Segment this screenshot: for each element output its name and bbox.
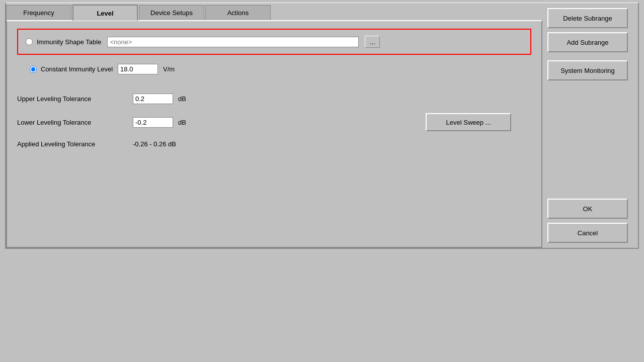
add-subrange-button[interactable]: Add Subrange	[547, 32, 628, 52]
immunity-shape-input[interactable]	[107, 37, 359, 47]
delete-subrange-button[interactable]: Delete Subrange	[547, 8, 628, 28]
tab-level[interactable]: Level	[72, 5, 138, 21]
content-area: Immunity Shape Table ... Constant Immuni…	[6, 20, 542, 248]
immunity-shape-radio-group: Immunity Shape Table	[26, 38, 101, 46]
lower-leveling-row: Lower Leveling Tolerance dB Level Sweep …	[17, 113, 531, 131]
lower-leveling-input[interactable]	[133, 117, 173, 128]
upper-leveling-unit: dB	[178, 95, 186, 103]
main-dialog: Frequency Level Device Setups Actions Im…	[5, 3, 639, 249]
tab-bar: Frequency Level Device Setups Actions	[6, 3, 542, 20]
tab-frequency[interactable]: Frequency	[6, 5, 71, 20]
immunity-shape-radio[interactable]	[26, 38, 33, 45]
upper-leveling-input[interactable]	[133, 94, 173, 104]
tab-device-setups[interactable]: Device Setups	[139, 5, 204, 20]
immunity-shape-table-section: Immunity Shape Table ...	[17, 29, 531, 55]
constant-immunity-radio-group: Constant Immunity Level	[30, 65, 113, 73]
upper-leveling-label: Upper Leveling Tolerance	[17, 95, 128, 103]
applied-leveling-label: Applied Leveling Tolerance	[17, 140, 128, 148]
constant-immunity-label: Constant Immunity Level	[41, 65, 113, 73]
constant-immunity-radio[interactable]	[30, 66, 37, 73]
constant-immunity-section: Constant Immunity Level V/m	[17, 64, 531, 74]
system-monitoring-button[interactable]: System Monitoring	[547, 60, 628, 80]
right-panel: Delete Subrange Add Subrange System Moni…	[542, 3, 638, 248]
constant-immunity-input[interactable]	[118, 64, 158, 74]
upper-leveling-row: Upper Leveling Tolerance dB	[17, 94, 531, 104]
immunity-shape-label: Immunity Shape Table	[37, 38, 101, 46]
lower-leveling-label: Lower Leveling Tolerance	[17, 119, 128, 126]
constant-immunity-unit: V/m	[163, 65, 175, 73]
tab-actions[interactable]: Actions	[205, 5, 271, 20]
cancel-button[interactable]: Cancel	[547, 223, 628, 243]
level-sweep-button[interactable]: Level Sweep ...	[426, 113, 511, 131]
lower-leveling-unit: dB	[178, 119, 186, 126]
applied-leveling-row: Applied Leveling Tolerance -0.26 - 0.26 …	[17, 140, 531, 148]
left-panel: Frequency Level Device Setups Actions Im…	[6, 3, 542, 248]
ok-button[interactable]: OK	[547, 199, 628, 219]
immunity-shape-browse-button[interactable]: ...	[365, 36, 380, 48]
bottom-buttons: OK Cancel	[547, 199, 633, 243]
applied-leveling-value: -0.26 - 0.26 dB	[133, 140, 176, 148]
